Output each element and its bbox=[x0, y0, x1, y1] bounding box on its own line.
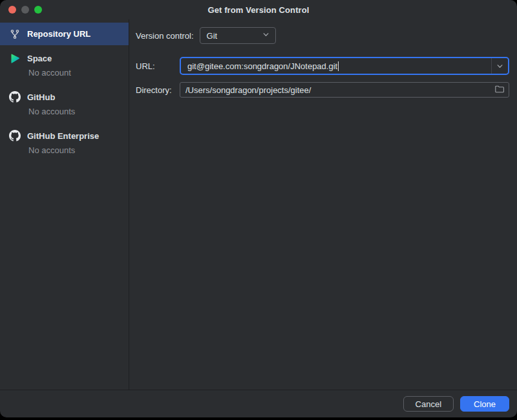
sidebar-item-label: Repository URL bbox=[27, 29, 90, 39]
title-bar: Get from Version Control bbox=[0, 0, 517, 19]
zoom-window-button[interactable] bbox=[34, 6, 42, 14]
sidebar-item-repository-url[interactable]: Repository URL bbox=[0, 23, 129, 45]
window-controls bbox=[8, 6, 42, 14]
close-window-button[interactable] bbox=[8, 6, 16, 14]
sidebar-item-label: GitHub bbox=[27, 92, 55, 102]
url-history-dropdown-button[interactable] bbox=[491, 58, 508, 74]
sidebar-item-github[interactable]: GitHub No accounts bbox=[0, 89, 129, 118]
clone-button[interactable]: Clone bbox=[460, 396, 509, 412]
sidebar-item-label: Space bbox=[27, 54, 52, 63]
directory-input[interactable]: /Users/songdragon/projects/gitee/ bbox=[180, 82, 509, 98]
text-caret bbox=[338, 61, 339, 71]
dialog-footer: Cancel Clone bbox=[0, 390, 517, 417]
sidebar-item-subtitle: No accounts bbox=[28, 145, 129, 156]
sidebar-item-space[interactable]: Space No account bbox=[0, 50, 129, 79]
version-control-select[interactable]: Git bbox=[200, 27, 276, 44]
version-control-label: Version control: bbox=[136, 31, 194, 41]
sidebar-item-subtitle: No account bbox=[28, 67, 129, 79]
github-icon bbox=[9, 130, 21, 142]
clone-form: Version control: Git URL: git@gitee.com:… bbox=[129, 19, 517, 390]
space-logo-icon bbox=[9, 52, 21, 64]
url-value: git@gitee.com:songdragon/JNotepad.git bbox=[187, 61, 337, 71]
sidebar-item-github-enterprise[interactable]: GitHub Enterprise No accounts bbox=[0, 128, 129, 156]
browse-folder-icon[interactable] bbox=[494, 84, 505, 96]
dialog-title: Get from Version Control bbox=[208, 5, 310, 15]
cancel-button[interactable]: Cancel bbox=[403, 396, 454, 412]
sidebar-item-subtitle: No accounts bbox=[28, 106, 129, 118]
get-from-version-control-dialog: Get from Version Control Repository URL bbox=[0, 0, 517, 417]
minimize-window-button bbox=[21, 6, 29, 14]
chevron-down-icon bbox=[262, 30, 270, 41]
sidebar: Repository URL bbox=[0, 19, 129, 390]
version-control-value: Git bbox=[207, 31, 262, 41]
url-label: URL: bbox=[136, 61, 180, 71]
sidebar-item-label: GitHub Enterprise bbox=[27, 131, 99, 141]
github-icon bbox=[9, 91, 21, 103]
git-branch-icon bbox=[9, 28, 21, 40]
directory-value: /Users/songdragon/projects/gitee/ bbox=[185, 85, 494, 95]
directory-label: Directory: bbox=[136, 85, 180, 95]
url-input[interactable]: git@gitee.com:songdragon/JNotepad.git bbox=[180, 57, 509, 75]
